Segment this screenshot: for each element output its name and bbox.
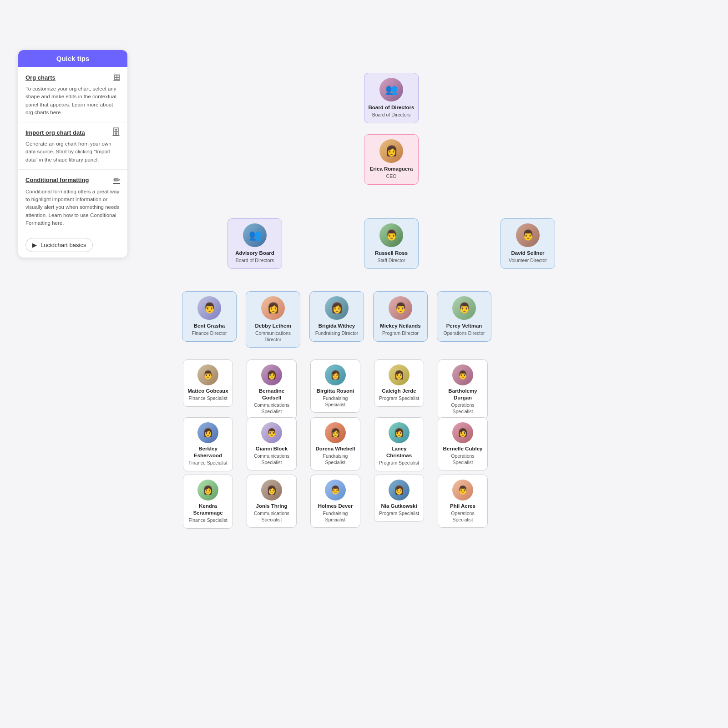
laney-avatar: 👩 (389, 422, 410, 443)
advisory-board-node[interactable]: 👥 Advisory Board Board of Directors (228, 218, 282, 269)
advisory-avatar: 👥 (243, 223, 267, 247)
jonis-name: Jonis Thring (256, 503, 288, 510)
mickey-node[interactable]: 👨 Mickey Neilands Program Director (373, 291, 428, 342)
debby-avatar: 👩 (261, 296, 285, 320)
lucidchart-icon: ▶ (32, 242, 37, 248)
tip-org-charts: Org charts ⊞ To customize your org chart… (18, 67, 127, 122)
tip-conditional-text: Conditional formatting offers a great wa… (25, 188, 120, 227)
brigida-avatar: 👩 (325, 296, 349, 320)
dorena-role: Fundraising Specialist (314, 453, 356, 465)
tip-conditional: Conditional formatting ✏ Conditional for… (18, 170, 127, 233)
mickey-avatar: 👨 (389, 296, 412, 320)
mickey-name: Mickey Neilands (380, 323, 420, 329)
erica-node[interactable]: 👩 Erica Romaguera CEO (364, 134, 419, 185)
phil-name: Phil Acres (450, 503, 475, 510)
birgitta-role: Fundraising Specialist (314, 395, 356, 408)
jonis-role: Communications Specialist (251, 511, 293, 523)
david-node[interactable]: 👨 David Sellner Volunteer Director (500, 218, 555, 269)
debby-name: Debby Lethem (255, 323, 291, 329)
nia-name: Nia Gutkowski (381, 503, 417, 510)
caleigh-role: Program Specialist (379, 395, 419, 402)
bartholemy-role: Operations Specialist (442, 402, 484, 415)
formatting-icon: ✏ (113, 175, 120, 185)
russell-avatar: 👨 (379, 223, 403, 247)
nia-avatar: 👩 (389, 480, 410, 500)
russell-role: Staff Director (377, 258, 405, 264)
berkley-name: Berkley Esherwood (187, 445, 229, 459)
laney-role: Program Specialist (379, 460, 419, 466)
mickey-role: Program Director (382, 330, 419, 337)
bernelle-name: Bernelle Cubley (443, 445, 483, 452)
tip-import-title: Import org chart data 🗄 (25, 128, 120, 137)
bent-role: Finance Director (192, 330, 227, 337)
org-chart-icon: ⊞ (113, 72, 120, 82)
gianni-node[interactable]: 👨 Gianni Block Communications Specialist (247, 417, 297, 470)
brigida-role: Fundraising Director (315, 330, 359, 337)
bernelle-node[interactable]: 👩 Bernelle Cubley Operations Specialist (438, 417, 488, 470)
david-avatar: 👨 (516, 223, 540, 247)
kendra-node[interactable]: 👩 Kendra Scrammage Finance Specialist (183, 475, 233, 529)
jonis-avatar: 👩 (261, 480, 282, 500)
erica-avatar: 👩 (379, 139, 403, 163)
tip-import: Import org chart data 🗄 Generate an org … (18, 122, 127, 170)
berkley-node[interactable]: 👩 Berkley Esherwood Finance Specialist (183, 417, 233, 471)
lucidchart-basics-button[interactable]: ▶ Lucidchart basics (25, 238, 93, 252)
berkley-avatar: 👩 (197, 422, 218, 443)
gianni-name: Gianni Block (256, 445, 288, 452)
debby-role: Communications Director (250, 330, 296, 343)
holmes-node[interactable]: 👨 Holmes Dever Fundraising Specialist (310, 475, 360, 528)
bent-node[interactable]: 👨 Bent Grasha Finance Director (182, 291, 237, 342)
bent-avatar: 👨 (197, 296, 221, 320)
russell-name: Russell Ross (375, 250, 408, 257)
kendra-role: Finance Specialist (188, 517, 227, 524)
birgitta-node[interactable]: 👩 Birgitta Rosoni Fundraising Specialist (310, 359, 360, 413)
birgitta-name: Birgitta Rosoni (317, 388, 354, 394)
laney-node[interactable]: 👩 Laney Christmas Program Specialist (374, 417, 424, 471)
bartholemy-node[interactable]: 👨 Bartholemy Durgan Operations Specialis… (438, 359, 488, 420)
debby-node[interactable]: 👩 Debby Lethem Communications Director (246, 291, 300, 348)
quick-tips-panel: Quick tips Org charts ⊞ To customize you… (18, 50, 127, 258)
matteo-role: Finance Specialist (188, 395, 227, 402)
russell-ross-node[interactable]: 👨 Russell Ross Staff Director (364, 218, 419, 269)
tip-conditional-title: Conditional formatting ✏ (25, 175, 120, 185)
tip-org-charts-title: Org charts ⊞ (25, 72, 120, 82)
matteo-avatar: 👨 (197, 364, 218, 385)
erica-role: CEO (386, 173, 397, 180)
holmes-role: Fundraising Specialist (314, 511, 356, 523)
percy-role: Operations Director (443, 330, 485, 337)
brigida-node[interactable]: 👩 Brigida Withey Fundraising Director (309, 291, 364, 342)
bernadine-avatar: 👩 (261, 364, 282, 385)
bartholemy-avatar: 👨 (452, 364, 473, 385)
david-name: David Sellner (511, 250, 545, 257)
bernadine-node[interactable]: 👩 Bernadine Godsell Communications Speci… (247, 359, 297, 420)
percy-avatar: 👨 (452, 296, 476, 320)
holmes-avatar: 👨 (325, 480, 346, 500)
holmes-name: Holmes Dever (318, 503, 353, 510)
phil-avatar: 👨 (452, 480, 473, 500)
board-of-directors-node[interactable]: 👥 Board of Directors Board of Directors (364, 73, 419, 123)
quick-tips-header: Quick tips (18, 50, 127, 67)
caleigh-node[interactable]: 👩 Caleigh Jerde Program Specialist (374, 359, 424, 407)
nia-node[interactable]: 👩 Nia Gutkowski Program Specialist (374, 475, 424, 522)
matteo-node[interactable]: 👨 Matteo Gobeaux Finance Specialist (183, 359, 233, 407)
berkley-role: Finance Specialist (188, 460, 227, 466)
percy-node[interactable]: 👨 Percy Veltman Operations Director (437, 291, 491, 342)
caleigh-avatar: 👩 (389, 364, 410, 385)
jonis-node[interactable]: 👩 Jonis Thring Communications Specialist (247, 475, 297, 528)
bernadine-name: Bernadine Godsell (251, 388, 293, 401)
tip-org-charts-text: To customize your org chart, select any … (25, 85, 120, 116)
matteo-name: Matteo Gobeaux (187, 388, 228, 394)
phil-role: Operations Specialist (442, 511, 484, 523)
kendra-avatar: 👩 (197, 480, 218, 500)
dorena-node[interactable]: 👩 Dorena Whebell Fundraising Specialist (310, 417, 360, 470)
laney-name: Laney Christmas (378, 445, 420, 459)
percy-name: Percy Veltman (446, 323, 482, 329)
advisory-name: Advisory Board (235, 250, 274, 257)
kendra-name: Kendra Scrammage (187, 503, 229, 516)
bent-name: Bent Grasha (194, 323, 225, 329)
board-avatar: 👥 (379, 78, 403, 101)
phil-node[interactable]: 👨 Phil Acres Operations Specialist (438, 475, 488, 528)
nia-role: Program Specialist (379, 511, 419, 517)
import-icon: 🗄 (112, 128, 120, 137)
bernelle-avatar: 👩 (452, 422, 473, 443)
